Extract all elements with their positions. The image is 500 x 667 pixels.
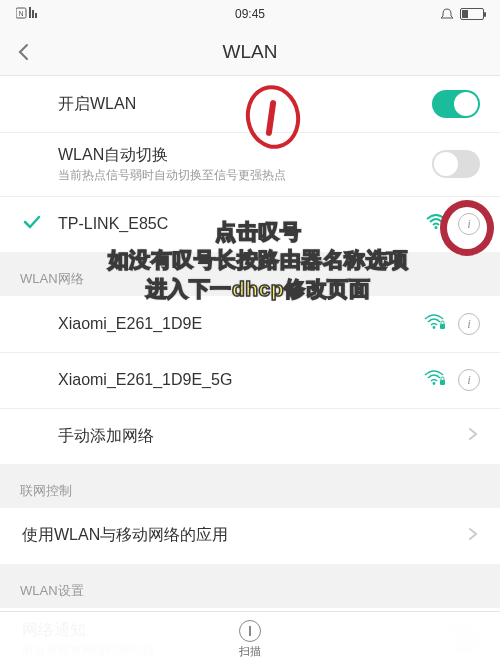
apps-control-row[interactable]: 使用WLAN与移动网络的应用 xyxy=(0,508,500,564)
svg-point-5 xyxy=(435,226,438,229)
network-row[interactable]: Xiaomi_E261_1D9E i xyxy=(0,296,500,352)
apps-control-label: 使用WLAN与移动网络的应用 xyxy=(22,525,466,546)
wlan-auto-switch-label: WLAN自动切换 xyxy=(58,145,432,166)
wlan-auto-switch-row[interactable]: WLAN自动切换 当前热点信号弱时自动切换至信号更强热点 xyxy=(0,132,500,196)
connected-network-row[interactable]: TP-LINK_E85C i xyxy=(0,196,500,252)
network-ssid: Xiaomi_E261_1D9E_5G xyxy=(58,371,424,389)
network-ssid: Xiaomi_E261_1D9E xyxy=(58,315,424,333)
check-icon xyxy=(22,212,42,236)
network-row[interactable]: Xiaomi_E261_1D9E_5G i xyxy=(0,352,500,408)
svg-point-6 xyxy=(433,326,436,329)
wifi-lock-icon xyxy=(424,370,446,390)
status-time: 09:45 xyxy=(0,7,500,21)
section-wlan-settings: WLAN设置 xyxy=(0,564,500,608)
wlan-enable-toggle[interactable] xyxy=(432,90,480,118)
section-network-control: 联网控制 xyxy=(0,464,500,508)
scan-icon[interactable] xyxy=(239,620,261,642)
header-title: WLAN xyxy=(223,41,278,63)
battery-icon xyxy=(460,8,484,20)
scan-label[interactable]: 扫描 xyxy=(239,644,261,659)
wlan-auto-switch-toggle[interactable] xyxy=(432,150,480,178)
connected-ssid: TP-LINK_E85C xyxy=(58,215,426,233)
chevron-left-icon xyxy=(14,42,34,62)
back-button[interactable] xyxy=(14,28,34,76)
chevron-right-icon xyxy=(466,527,480,545)
status-bar: N 09:45 xyxy=(0,0,500,28)
wlan-enable-label: 开启WLAN xyxy=(58,94,432,115)
wlan-enable-row[interactable]: 开启WLAN xyxy=(0,76,500,132)
section-networks: WLAN网络 xyxy=(0,252,500,296)
svg-point-8 xyxy=(433,382,436,385)
bottom-tab: 扫描 xyxy=(0,611,500,667)
svg-rect-9 xyxy=(440,380,445,385)
header: WLAN xyxy=(0,28,500,76)
wifi-lock-icon xyxy=(424,314,446,334)
info-icon[interactable]: i xyxy=(458,369,480,391)
info-icon[interactable]: i xyxy=(458,313,480,335)
manual-add-label: 手动添加网络 xyxy=(58,426,466,447)
info-icon[interactable]: i xyxy=(458,213,480,235)
manual-add-row[interactable]: 手动添加网络 xyxy=(0,408,500,464)
chevron-right-icon xyxy=(466,427,480,445)
wlan-auto-switch-sub: 当前热点信号弱时自动切换至信号更强热点 xyxy=(58,168,432,184)
svg-rect-7 xyxy=(440,324,445,329)
wifi-icon xyxy=(426,214,446,234)
